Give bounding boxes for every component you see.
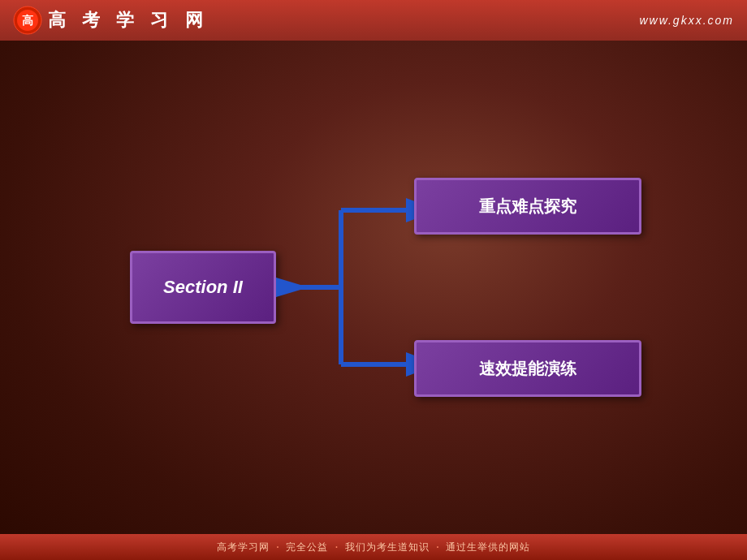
footer-sep1: · [276,540,279,554]
footer: 高考学习网 · 完全公益 · 我们为考生道知识 · 通过生举供的网站 [0,534,747,560]
footer-sep3: · [436,540,439,554]
logo-text: 高 考 学 习 网 [47,8,209,32]
box1-container[interactable]: 重点难点探究 [414,178,641,235]
box2-container[interactable]: 速效提能演练 [414,340,641,397]
main-arrow [276,278,309,297]
logo-icon: 高 [13,6,42,35]
footer-text1: 高考学习网 [217,541,270,554]
section-label: Section II [163,277,243,298]
box1: 重点难点探究 [414,178,641,235]
section-box[interactable]: Section II [130,251,276,324]
header: 高 高 考 学 习 网 www.gkxx.com [0,0,747,41]
header-url: www.gkxx.com [639,14,734,27]
footer-sep2: · [335,540,338,554]
footer-text4: 通过生举供的网站 [446,541,530,554]
footer-text3: 我们为考生道知识 [345,541,430,554]
box1-label: 重点难点探究 [479,196,576,218]
box2-label: 速效提能演练 [479,358,576,380]
diagram: Section II [89,133,658,442]
box2: 速效提能演练 [414,340,641,397]
footer-text2: 完全公益 [286,541,328,554]
main-content: Section II [0,41,747,534]
app-container: 高 高 考 学 习 网 www.gkxx.com Section II [0,0,747,560]
svg-text:高: 高 [22,14,33,27]
logo: 高 高 考 学 习 网 [13,6,209,35]
